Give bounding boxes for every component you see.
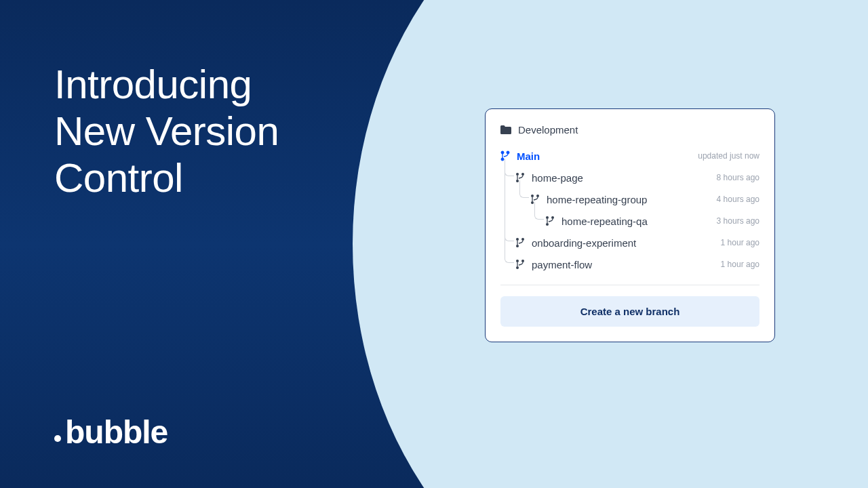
brand-logo: bubble bbox=[54, 413, 167, 451]
branch-icon bbox=[515, 172, 525, 183]
svg-point-9 bbox=[546, 216, 549, 219]
create-branch-button[interactable]: Create a new branch bbox=[500, 296, 760, 327]
divider bbox=[500, 285, 760, 285]
svg-point-10 bbox=[551, 216, 554, 219]
branch-row[interactable]: onboarding-experiment 1 hour ago bbox=[500, 232, 760, 253]
branch-time: 1 hour ago bbox=[721, 238, 760, 247]
svg-point-6 bbox=[531, 195, 534, 197]
svg-point-11 bbox=[546, 223, 549, 226]
brand-text: bubble bbox=[65, 413, 167, 451]
section-label: Development bbox=[518, 124, 578, 136]
branch-time: 4 hours ago bbox=[717, 195, 760, 204]
svg-point-1 bbox=[507, 151, 509, 154]
branch-row[interactable]: payment-flow 1 hour ago bbox=[500, 253, 760, 275]
svg-point-8 bbox=[531, 201, 534, 204]
svg-point-16 bbox=[521, 260, 524, 262]
branch-main[interactable]: Main updated just now bbox=[500, 145, 760, 167]
svg-point-14 bbox=[516, 245, 519, 247]
branch-time: 1 hour ago bbox=[721, 260, 760, 269]
section-header: Development bbox=[500, 124, 760, 136]
svg-point-15 bbox=[516, 260, 519, 262]
svg-point-13 bbox=[521, 238, 524, 241]
svg-point-12 bbox=[516, 238, 519, 241]
branch-icon bbox=[530, 194, 540, 205]
svg-point-3 bbox=[516, 173, 519, 176]
background-curve bbox=[353, 0, 461, 488]
branch-icon bbox=[515, 237, 525, 248]
branch-icon bbox=[515, 259, 525, 270]
branch-time: updated just now bbox=[698, 151, 760, 161]
branch-name: home-page bbox=[532, 172, 583, 184]
folder-icon bbox=[500, 125, 511, 134]
branch-name: onboarding-experiment bbox=[532, 237, 636, 249]
svg-point-5 bbox=[516, 180, 519, 182]
branch-time: 3 hours ago bbox=[717, 216, 760, 226]
brand-dot-icon bbox=[54, 435, 61, 442]
svg-point-0 bbox=[501, 151, 504, 154]
svg-point-7 bbox=[536, 195, 539, 197]
branch-row[interactable]: home-repeating-qa 3 hours ago bbox=[500, 210, 760, 232]
branch-row[interactable]: home-page 8 hours ago bbox=[500, 167, 760, 188]
svg-point-4 bbox=[521, 173, 524, 176]
svg-point-2 bbox=[501, 158, 504, 161]
svg-point-17 bbox=[516, 266, 519, 269]
branch-name: Main bbox=[517, 150, 540, 162]
branch-name: home-repeating-qa bbox=[561, 216, 648, 227]
branch-name: payment-flow bbox=[532, 259, 592, 270]
branch-panel: Development Main updated just now bbox=[485, 108, 775, 342]
branch-name: home-repeating-group bbox=[547, 194, 647, 205]
branch-row[interactable]: home-repeating-group 4 hours ago bbox=[500, 188, 760, 210]
headline-line: Introducing bbox=[54, 61, 279, 108]
branch-icon bbox=[545, 216, 555, 226]
branch-time: 8 hours ago bbox=[717, 173, 760, 182]
headline: Introducing New Version Control bbox=[54, 61, 279, 201]
headline-line: Control bbox=[54, 155, 279, 201]
headline-line: New Version bbox=[54, 108, 279, 155]
